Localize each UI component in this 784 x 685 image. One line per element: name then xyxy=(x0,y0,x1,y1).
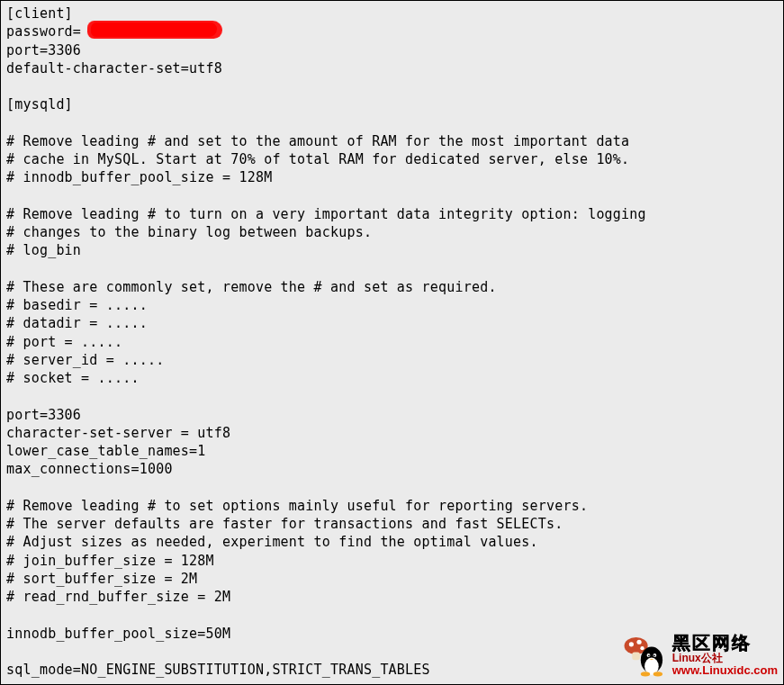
password-redaction xyxy=(91,23,217,37)
config-file-contents: [client] password= port=3306 default-cha… xyxy=(1,1,783,685)
